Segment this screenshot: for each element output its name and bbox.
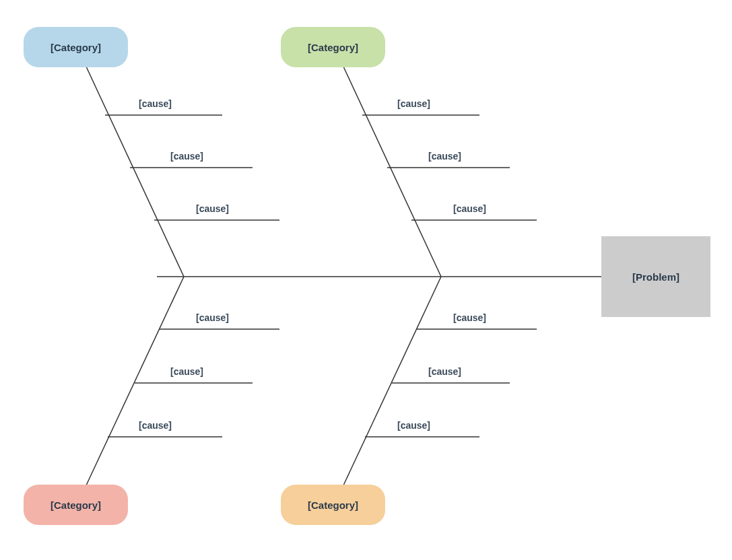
cause-label[interactable]: [cause] [170,151,203,162]
category-bottom-left[interactable]: [Category] [24,485,128,525]
cause-label[interactable]: [cause] [196,312,229,323]
category-bottom-right[interactable]: [Category] [281,485,385,525]
category-label: [Category] [308,42,358,53]
cause-label[interactable]: [cause] [453,312,486,323]
category-top-left[interactable]: [Category] [24,27,128,67]
cause-label[interactable]: [cause] [428,366,461,377]
cause-label[interactable]: [cause] [139,420,172,431]
category-label: [Category] [51,42,101,53]
svg-line-4 [343,277,441,485]
cause-label[interactable]: [cause] [397,98,430,109]
category-label: [Category] [308,499,358,511]
cause-label[interactable]: [cause] [139,98,172,109]
category-top-right[interactable]: [Category] [281,27,385,67]
svg-line-3 [86,277,184,485]
category-label: [Category] [51,499,101,511]
cause-label[interactable]: [cause] [428,151,461,162]
cause-label[interactable]: [cause] [196,203,229,214]
problem-box[interactable]: [Problem] [601,236,710,317]
cause-label[interactable]: [cause] [397,420,430,431]
cause-label[interactable]: [cause] [170,366,203,377]
cause-label[interactable]: [cause] [453,203,486,214]
problem-label: [Problem] [632,271,679,283]
